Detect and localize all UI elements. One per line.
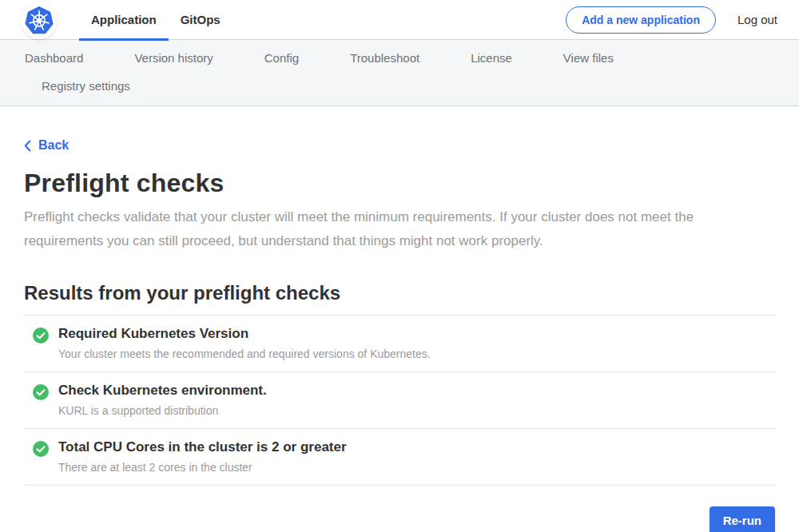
rerun-button[interactable]: Re-run xyxy=(710,506,775,532)
check-row-kubernetes-version: Required Kubernetes Version Your cluster… xyxy=(24,316,775,372)
header-actions: Add a new application Log out xyxy=(566,6,799,34)
kubernetes-logo-icon[interactable] xyxy=(21,2,58,39)
subnav-item-dashboard[interactable]: Dashboard xyxy=(25,51,83,65)
check-message: There are at least 2 cores in the cluste… xyxy=(58,461,347,474)
subnav-item-registry-settings[interactable]: Registry settings xyxy=(42,79,130,93)
check-body: Required Kubernetes Version Your cluster… xyxy=(58,326,431,360)
tab-application[interactable]: Application xyxy=(79,0,169,40)
logout-link[interactable]: Log out xyxy=(737,13,777,26)
subnav-item-config[interactable]: Config xyxy=(264,51,299,65)
add-application-button[interactable]: Add a new application xyxy=(566,6,716,34)
subnav-row-1: Dashboard Version history Config Trouble… xyxy=(0,51,799,65)
check-body: Check Kubernetes environment. KURL is a … xyxy=(58,383,267,417)
check-body: Total CPU Cores in the cluster is 2 or g… xyxy=(58,439,347,474)
app-subnav: Dashboard Version history Config Trouble… xyxy=(0,40,799,106)
tab-gitops[interactable]: GitOps xyxy=(169,0,233,40)
back-link[interactable]: Back xyxy=(24,138,69,153)
footer-actions: Re-run xyxy=(24,506,775,532)
page-description: Preflight checks validate that your clus… xyxy=(24,205,757,253)
check-message: Your cluster meets the recommended and r… xyxy=(58,347,431,360)
check-title: Total CPU Cores in the cluster is 2 or g… xyxy=(58,439,347,455)
check-circle-icon xyxy=(33,441,49,460)
primary-tabs: Application GitOps xyxy=(79,0,233,40)
subnav-item-version-history[interactable]: Version history xyxy=(134,51,213,65)
subnav-item-license[interactable]: License xyxy=(471,51,512,65)
subnav-item-view-files[interactable]: View files xyxy=(563,51,614,65)
check-row-kubernetes-environment: Check Kubernetes environment. KURL is a … xyxy=(24,372,775,429)
preflight-results-list: Required Kubernetes Version Your cluster… xyxy=(24,315,775,486)
top-header: Application GitOps Add a new application… xyxy=(0,0,799,40)
results-heading: Results from your preflight checks xyxy=(24,282,775,304)
back-label: Back xyxy=(38,138,69,153)
check-title: Check Kubernetes environment. xyxy=(58,383,267,399)
subnav-row-2: Registry settings xyxy=(0,79,799,93)
check-circle-icon xyxy=(33,384,49,403)
check-circle-icon xyxy=(33,328,49,347)
check-title: Required Kubernetes Version xyxy=(58,326,431,342)
chevron-left-icon xyxy=(24,140,31,152)
subnav-item-troubleshoot[interactable]: Troubleshoot xyxy=(350,51,419,65)
check-message: KURL is a supported distribution xyxy=(58,404,267,417)
check-row-cpu-cores: Total CPU Cores in the cluster is 2 or g… xyxy=(24,429,775,486)
page-title: Preflight checks xyxy=(24,169,775,198)
main-content: Back Preflight checks Preflight checks v… xyxy=(0,106,799,532)
